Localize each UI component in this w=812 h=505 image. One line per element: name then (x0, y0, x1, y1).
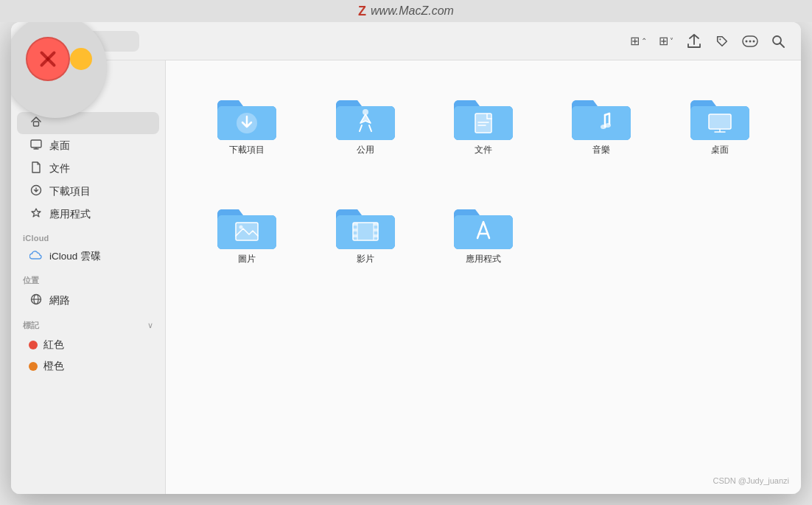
content-area: 下載項目 公用 (166, 60, 801, 494)
desktop-icon (29, 139, 43, 153)
network-icon (29, 293, 43, 308)
tag-icon (715, 34, 729, 49)
folder-icon-desktop (687, 88, 753, 144)
folder-downloads-label: 下載項目 (229, 144, 265, 156)
folder-item-documents[interactable]: 文件 (432, 83, 535, 162)
sidebar-item-downloads-label: 下載項目 (49, 185, 91, 198)
watermark-text: www.MacZ.com (371, 4, 454, 18)
folder-icon-pictures (214, 198, 280, 253)
tags-section-label: 標記 (23, 320, 39, 331)
main-area: ✦ Setapp AirDrop (11, 60, 801, 494)
folder-icon-documents (450, 88, 517, 144)
folder-item-downloads[interactable]: 下載項目 (195, 83, 298, 162)
tags-expand-button[interactable]: ∨ (147, 321, 153, 330)
tags-section-row: 標記 ∨ (11, 313, 165, 334)
folder-item-music[interactable]: 音樂 (550, 83, 653, 162)
sidebar-item-red-tag[interactable]: 紅色 (17, 335, 159, 355)
icloud-section-label: iCloud (11, 226, 165, 245)
svg-point-17 (363, 109, 368, 115)
folder-icon-public (332, 88, 399, 144)
svg-rect-21 (709, 114, 731, 129)
sidebar-item-downloads[interactable]: 下載項目 (17, 181, 159, 203)
folder-grid-row2: 圖片 (195, 192, 771, 271)
orange-tag-label: 橙色 (43, 360, 64, 373)
watermark-bar: Z www.MacZ.com (0, 0, 812, 22)
sidebar-item-documents-label: 文件 (49, 162, 70, 175)
red-tag-label: 紅色 (43, 338, 64, 352)
folder-item-applications[interactable]: 應用程式 (432, 192, 535, 271)
folder-grid-row1: 下載項目 公用 (195, 83, 771, 162)
sidebar-item-icloud-label: iCloud 雲碟 (49, 250, 101, 263)
svg-rect-8 (34, 122, 39, 126)
folder-icon-movies (332, 198, 399, 253)
svg-line-6 (780, 43, 785, 47)
credits: CSDN @Judy_juanzi (713, 476, 790, 485)
tag-button[interactable] (711, 30, 733, 52)
toolbar: ‹ › ⊞ ⌃ ⊞ ˅ (11, 22, 801, 60)
home-icon (29, 116, 43, 130)
svg-rect-32 (374, 234, 378, 237)
sidebar: ✦ Setapp AirDrop (11, 60, 166, 494)
folder-public-label: 公用 (357, 144, 374, 156)
folder-applications-label: 應用程式 (466, 253, 501, 265)
folder-item-public[interactable]: 公用 (313, 83, 416, 162)
folder-pictures-label: 圖片 (238, 253, 256, 265)
folder-music-label: 音樂 (592, 144, 610, 156)
sidebar-item-icloud-drive[interactable]: iCloud 雲碟 (17, 246, 159, 267)
svg-rect-18 (475, 114, 491, 133)
svg-rect-27 (353, 223, 357, 226)
sidebar-item-orange-tag[interactable]: 橙色 (17, 356, 159, 377)
share-button[interactable] (683, 30, 705, 52)
search-icon (771, 35, 785, 48)
sidebar-item-applications-label: 應用程式 (49, 208, 91, 221)
downloads-icon (29, 184, 43, 199)
folder-movies-label: 影片 (357, 253, 374, 265)
svg-point-2 (749, 40, 752, 42)
svg-rect-31 (374, 229, 378, 231)
folder-item-movies[interactable]: 影片 (313, 192, 416, 271)
folder-item-desktop[interactable]: 桌面 (668, 83, 771, 162)
sidebar-item-desktop-label: 桌面 (49, 139, 70, 153)
svg-rect-29 (353, 234, 357, 237)
search-button[interactable] (767, 30, 789, 52)
folder-icon-music (568, 88, 634, 144)
view-chevron-icon: ⌃ (641, 37, 647, 45)
folder-documents-label: 文件 (475, 144, 492, 156)
more-icon (742, 33, 758, 49)
sidebar-item-documents[interactable]: 文件 (17, 158, 159, 180)
toolbar-actions: ⊞ ⌃ ⊞ ˅ (627, 30, 789, 52)
applications-icon (29, 207, 43, 222)
documents-icon (29, 161, 43, 176)
grid-chevron-icon: ˅ (670, 37, 673, 45)
folder-item-pictures[interactable]: 圖片 (195, 192, 298, 271)
svg-point-0 (719, 38, 721, 40)
grid-dropdown-button[interactable]: ⊞ ˅ (655, 30, 677, 52)
sidebar-item-applications[interactable]: 應用程式 (17, 203, 159, 226)
sidebar-item-home[interactable] (17, 112, 159, 134)
share-icon (687, 34, 701, 49)
svg-point-3 (753, 40, 755, 42)
folder-icon-downloads (214, 88, 280, 144)
more-button[interactable] (739, 30, 761, 52)
svg-rect-30 (374, 223, 378, 226)
view-switcher-button[interactable]: ⊞ ⌃ (627, 30, 649, 52)
grid-view-icon: ⊞ (630, 34, 640, 48)
folder-icon-applications (450, 198, 517, 253)
orange-tag-dot (29, 362, 38, 371)
close-button[interactable] (26, 37, 70, 81)
folder-desktop-label: 桌面 (711, 144, 729, 156)
icloud-icon (29, 250, 43, 263)
z-logo: Z (358, 4, 366, 19)
svg-point-1 (746, 40, 748, 42)
sidebar-item-desktop[interactable]: 桌面 (17, 135, 159, 157)
finder-window: ‹ › ⊞ ⌃ ⊞ ˅ (11, 22, 801, 494)
minimize-button[interactable] (70, 48, 92, 70)
location-section-label: 位置 (11, 268, 165, 289)
sidebar-item-network[interactable]: 網路 (17, 290, 159, 312)
grid-icon: ⊞ (659, 34, 668, 48)
svg-rect-28 (353, 229, 357, 231)
svg-point-25 (239, 226, 243, 229)
red-tag-dot (29, 341, 38, 349)
sidebar-item-network-label: 網路 (49, 294, 70, 307)
svg-rect-9 (31, 140, 41, 147)
